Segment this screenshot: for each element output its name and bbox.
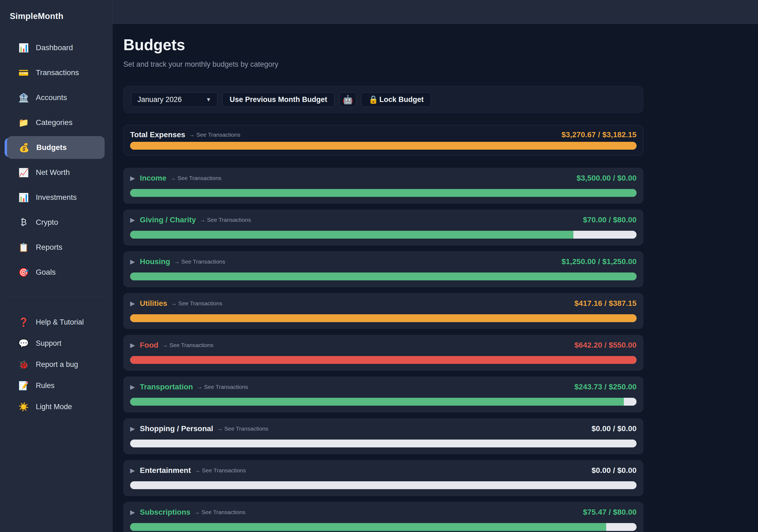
sidebar-item-label: Crypto — [36, 218, 58, 227]
budget-toolbar: January 2026 ▼ Use Previous Month Budget… — [123, 86, 643, 113]
sidebar-item-label: Report a bug — [36, 360, 78, 369]
sidebar-item-label: Budgets — [36, 143, 67, 152]
expand-triangle-icon[interactable]: ▶ — [130, 175, 135, 181]
sidebar-item-label: Support — [36, 339, 61, 348]
page-subtitle: Set and track your monthly budgets by ca… — [123, 60, 644, 69]
sidebar-item-report-a-bug[interactable]: 🐞 Report a bug — [0, 354, 112, 375]
ai-assistant-button[interactable]: 🤖 — [339, 92, 356, 107]
total-expenses-progress-fill — [130, 142, 637, 150]
sidebar-item-dashboard[interactable]: 📊 Dashboard — [0, 35, 112, 60]
category-progress-track — [130, 231, 637, 239]
category-progress-fill — [130, 272, 637, 280]
expand-triangle-icon[interactable]: ▶ — [130, 468, 135, 474]
see-transactions-link[interactable]: → See Transactions — [197, 384, 248, 390]
lock-budget-label: Lock Budget — [379, 95, 424, 104]
see-transactions-link[interactable]: → See Transactions — [195, 467, 246, 474]
sidebar-item-goals[interactable]: 🎯 Goals — [0, 260, 112, 285]
speech-balloon-icon: 💬 — [17, 338, 30, 348]
category-progress-track — [130, 523, 637, 531]
sidebar-item-label: Dashboard — [36, 43, 73, 52]
category-label: Entertainment — [140, 466, 191, 475]
total-expenses-card: Total Expenses → See Transactions $3,270… — [123, 125, 643, 155]
category-progress-fill — [130, 189, 637, 197]
sidebar-divider — [8, 297, 105, 298]
category-progress-track — [130, 398, 637, 406]
budget-row-housing: ▶ Housing → See Transactions $1,250.00 /… — [123, 251, 643, 287]
sidebar-item-label: Transactions — [36, 68, 79, 77]
sidebar-item-light-mode[interactable]: ☀️ Light Mode — [0, 396, 112, 417]
category-label: Housing — [140, 257, 170, 266]
chevron-down-icon: ▼ — [206, 96, 211, 103]
sidebar-item-budgets[interactable]: 💰 Budgets — [7, 136, 105, 159]
category-progress-track — [130, 189, 637, 197]
category-amount: $3,500.00 / $0.00 — [577, 174, 637, 183]
sidebar-item-categories[interactable]: 📁 Categories — [0, 110, 112, 135]
budget-row-subscriptions: ▶ Subscriptions → See Transactions $75.4… — [123, 502, 643, 532]
category-label: Transportation — [140, 383, 193, 391]
category-amount: $75.47 / $80.00 — [583, 508, 637, 516]
budget-row-income: ▶ Income → See Transactions $3,500.00 / … — [123, 168, 643, 204]
sidebar-item-label: Rules — [36, 381, 54, 390]
sidebar: SimpleMonth 📊 Dashboard 💳 Transactions 🏦… — [0, 0, 113, 532]
see-transactions-link[interactable]: → See Transactions — [162, 342, 213, 348]
chart-up-icon: 📈 — [17, 167, 30, 178]
sidebar-item-transactions[interactable]: 💳 Transactions — [0, 60, 112, 85]
category-progress-fill — [130, 523, 606, 531]
folder-icon: 📁 — [17, 118, 30, 128]
sidebar-item-support[interactable]: 💬 Support — [0, 333, 112, 354]
category-label: Utilities — [140, 299, 167, 308]
category-progress-fill — [130, 356, 637, 364]
budget-category-list: ▶ Income → See Transactions $3,500.00 / … — [123, 168, 643, 532]
see-transactions-link[interactable]: → See Transactions — [171, 300, 222, 307]
category-progress-track — [130, 272, 637, 280]
category-progress-track — [130, 481, 637, 489]
sidebar-item-rules[interactable]: 📝 Rules — [0, 375, 112, 396]
month-selector[interactable]: January 2026 ▼ — [131, 92, 218, 107]
total-see-transactions-link[interactable]: → See Transactions — [189, 131, 240, 138]
sidebar-item-help-tutorial[interactable]: ❓ Help & Tutorial — [0, 311, 112, 333]
expand-triangle-icon[interactable]: ▶ — [130, 384, 135, 390]
total-expenses-label: Total Expenses — [130, 130, 185, 139]
target-icon: 🎯 — [17, 267, 30, 277]
category-amount: $0.00 / $0.00 — [592, 466, 637, 475]
lock-budget-button[interactable]: 🔒 Lock Budget — [361, 92, 431, 107]
money-bag-icon: 💰 — [18, 143, 30, 153]
month-selector-value: January 2026 — [137, 95, 182, 104]
category-amount: $70.00 / $80.00 — [583, 216, 637, 224]
category-label: Food — [140, 341, 158, 349]
expand-triangle-icon[interactable]: ▶ — [130, 342, 135, 348]
category-progress-track — [130, 440, 637, 447]
total-expenses-amount: $3,270.67 / $3,182.15 — [562, 130, 637, 139]
sidebar-item-label: Accounts — [36, 93, 67, 102]
use-previous-month-button[interactable]: Use Previous Month Budget — [222, 92, 334, 107]
category-label: Giving / Charity — [140, 216, 196, 224]
see-transactions-link[interactable]: → See Transactions — [174, 259, 225, 265]
expand-triangle-icon[interactable]: ▶ — [130, 217, 135, 223]
bar-chart-icon: 📊 — [17, 193, 30, 202]
sidebar-item-crypto[interactable]: ₿ Crypto — [0, 210, 112, 235]
sun-icon: ☀️ — [17, 402, 30, 412]
expand-triangle-icon[interactable]: ▶ — [130, 301, 135, 307]
sidebar-nav-main: 📊 Dashboard 💳 Transactions 🏦 Accounts 📁 … — [0, 35, 112, 285]
clipboard-icon: 📋 — [17, 242, 30, 252]
expand-triangle-icon[interactable]: ▶ — [130, 259, 135, 265]
sidebar-item-label: Help & Tutorial — [36, 318, 84, 327]
top-header-band — [113, 0, 758, 24]
category-amount: $1,250.00 / $1,250.00 — [562, 257, 637, 266]
sidebar-item-investments[interactable]: 📊 Investments — [0, 185, 112, 210]
sidebar-item-label: Goals — [36, 268, 55, 277]
budget-row-transportation: ▶ Transportation → See Transactions $243… — [123, 377, 643, 412]
sidebar-item-label: Light Mode — [36, 403, 72, 411]
lock-icon: 🔒 — [368, 95, 378, 104]
sidebar-item-net-worth[interactable]: 📈 Net Worth — [0, 160, 112, 185]
see-transactions-link[interactable]: → See Transactions — [217, 425, 268, 432]
sidebar-item-accounts[interactable]: 🏦 Accounts — [0, 85, 112, 110]
expand-triangle-icon[interactable]: ▶ — [130, 426, 135, 432]
expand-triangle-icon[interactable]: ▶ — [130, 509, 135, 515]
sidebar-item-reports[interactable]: 📋 Reports — [0, 235, 112, 260]
see-transactions-link[interactable]: → See Transactions — [170, 175, 222, 181]
see-transactions-link[interactable]: → See Transactions — [200, 217, 251, 223]
see-transactions-link[interactable]: → See Transactions — [194, 509, 245, 515]
category-label: Shopping / Personal — [140, 424, 213, 433]
budget-row-giving-charity: ▶ Giving / Charity → See Transactions $7… — [123, 210, 643, 245]
